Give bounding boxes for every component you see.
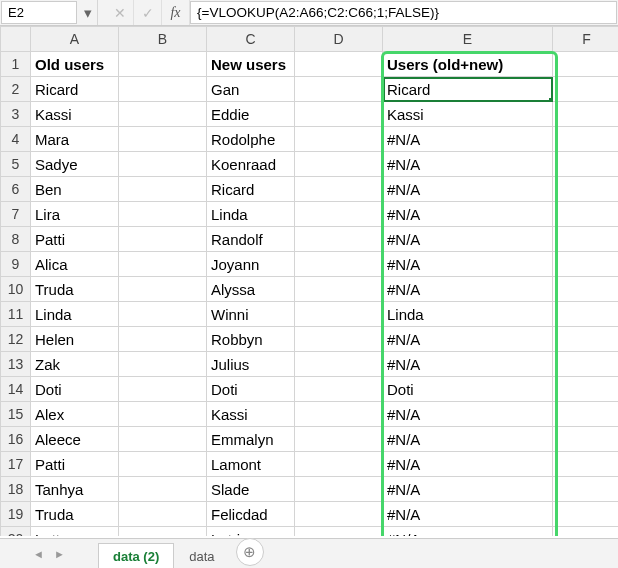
cell-E14[interactable]: Doti [383,377,553,402]
cell-D14[interactable] [295,377,383,402]
cell-E17[interactable]: #N/A [383,452,553,477]
cell-A16[interactable]: Aleece [31,427,119,452]
row-header[interactable]: 19 [1,502,31,527]
row-header[interactable]: 14 [1,377,31,402]
name-box-dropdown-icon[interactable]: ▾ [78,0,98,25]
select-all-corner[interactable] [1,27,31,52]
sheet-tab[interactable]: data [174,543,229,568]
formula-input[interactable]: {=VLOOKUP(A2:A66;C2:C66;1;FALSE)} [190,1,617,24]
col-header-D[interactable]: D [295,27,383,52]
cell-D4[interactable] [295,127,383,152]
cell-B7[interactable] [119,202,207,227]
cell-F20[interactable] [553,527,619,537]
row-header[interactable]: 17 [1,452,31,477]
cell-E10[interactable]: #N/A [383,277,553,302]
row-header[interactable]: 7 [1,202,31,227]
cell-B13[interactable] [119,352,207,377]
cell-B20[interactable] [119,527,207,537]
cell-D16[interactable] [295,427,383,452]
col-header-F[interactable]: F [553,27,619,52]
row-header[interactable]: 3 [1,102,31,127]
cell-F18[interactable] [553,477,619,502]
col-header-B[interactable]: B [119,27,207,52]
cell-E4[interactable]: #N/A [383,127,553,152]
cell-D3[interactable] [295,102,383,127]
cell-E2[interactable]: Ricard [383,77,553,102]
tab-scroll-left-icon[interactable]: ◄ [33,548,44,560]
cell-D8[interactable] [295,227,383,252]
cell-E15[interactable]: #N/A [383,402,553,427]
cell-D12[interactable] [295,327,383,352]
cell-A11[interactable]: Linda [31,302,119,327]
cell-C1[interactable]: New users [207,52,295,77]
cell-B8[interactable] [119,227,207,252]
row-header[interactable]: 6 [1,177,31,202]
row-header[interactable]: 1 [1,52,31,77]
cell-D5[interactable] [295,152,383,177]
cell-A15[interactable]: Alex [31,402,119,427]
cell-C5[interactable]: Koenraad [207,152,295,177]
cell-F15[interactable] [553,402,619,427]
cell-F9[interactable] [553,252,619,277]
cell-E1[interactable]: Users (old+new) [383,52,553,77]
cell-F3[interactable] [553,102,619,127]
cell-B1[interactable] [119,52,207,77]
cell-F14[interactable] [553,377,619,402]
cell-C13[interactable]: Julius [207,352,295,377]
cell-B11[interactable] [119,302,207,327]
cell-B9[interactable] [119,252,207,277]
cell-A12[interactable]: Helen [31,327,119,352]
cell-C15[interactable]: Kassi [207,402,295,427]
cell-E5[interactable]: #N/A [383,152,553,177]
cell-E18[interactable]: #N/A [383,477,553,502]
cell-D7[interactable] [295,202,383,227]
cell-B3[interactable] [119,102,207,127]
row-header[interactable]: 18 [1,477,31,502]
cell-F1[interactable] [553,52,619,77]
row-header[interactable]: 15 [1,402,31,427]
cell-E13[interactable]: #N/A [383,352,553,377]
fx-icon[interactable]: fx [162,0,190,25]
cell-D15[interactable] [295,402,383,427]
row-header[interactable]: 4 [1,127,31,152]
row-header[interactable]: 12 [1,327,31,352]
cell-E3[interactable]: Kassi [383,102,553,127]
cell-F7[interactable] [553,202,619,227]
cell-E11[interactable]: Linda [383,302,553,327]
col-header-C[interactable]: C [207,27,295,52]
cell-F13[interactable] [553,352,619,377]
fill-handle[interactable] [549,98,553,102]
cell-D11[interactable] [295,302,383,327]
cell-D2[interactable] [295,77,383,102]
cell-E9[interactable]: #N/A [383,252,553,277]
cell-C20[interactable]: Latrina [207,527,295,537]
cell-C11[interactable]: Winni [207,302,295,327]
cell-E19[interactable]: #N/A [383,502,553,527]
cell-F6[interactable] [553,177,619,202]
row-header[interactable]: 20 [1,527,31,537]
cell-D19[interactable] [295,502,383,527]
row-header[interactable]: 10 [1,277,31,302]
cell-F4[interactable] [553,127,619,152]
cell-B4[interactable] [119,127,207,152]
cell-A1[interactable]: Old users [31,52,119,77]
cell-B2[interactable] [119,77,207,102]
cell-C17[interactable]: Lamont [207,452,295,477]
cell-C18[interactable]: Slade [207,477,295,502]
new-sheet-button[interactable]: ⊕ [236,538,264,566]
cell-B6[interactable] [119,177,207,202]
cell-C14[interactable]: Doti [207,377,295,402]
cell-F17[interactable] [553,452,619,477]
row-header[interactable]: 5 [1,152,31,177]
cell-E16[interactable]: #N/A [383,427,553,452]
cell-A7[interactable]: Lira [31,202,119,227]
cell-D13[interactable] [295,352,383,377]
cell-F12[interactable] [553,327,619,352]
cell-F16[interactable] [553,427,619,452]
cell-A3[interactable]: Kassi [31,102,119,127]
cell-E12[interactable]: #N/A [383,327,553,352]
cell-E8[interactable]: #N/A [383,227,553,252]
cell-A14[interactable]: Doti [31,377,119,402]
cell-A19[interactable]: Truda [31,502,119,527]
row-header[interactable]: 16 [1,427,31,452]
